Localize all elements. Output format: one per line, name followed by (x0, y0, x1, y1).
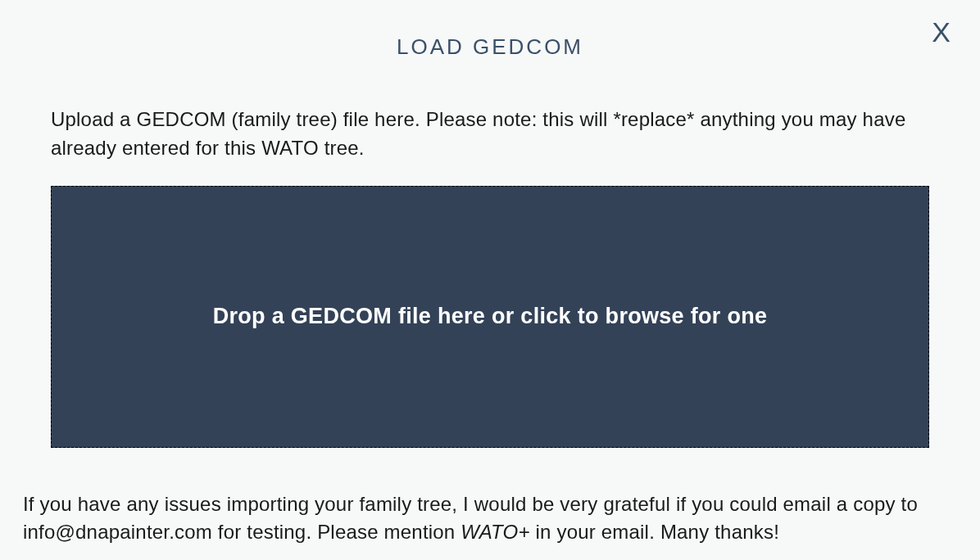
modal-content: Upload a GEDCOM (family tree) file here.… (0, 60, 980, 448)
footer-suffix: in your email. Many thanks! (530, 521, 779, 543)
load-gedcom-modal: X LOAD GEDCOM Upload a GEDCOM (family tr… (0, 0, 980, 560)
footer-text: If you have any issues importing your fa… (23, 490, 957, 548)
modal-title: LOAD GEDCOM (0, 0, 980, 60)
close-button[interactable]: X (932, 18, 951, 46)
footer-wrap: If you have any issues importing your fa… (0, 448, 980, 548)
footer-emphasis: WATO+ (461, 521, 529, 543)
gedcom-dropzone[interactable]: Drop a GEDCOM file here or click to brow… (51, 186, 929, 448)
dropzone-label: Drop a GEDCOM file here or click to brow… (213, 304, 768, 329)
intro-text: Upload a GEDCOM (family tree) file here.… (51, 106, 929, 163)
